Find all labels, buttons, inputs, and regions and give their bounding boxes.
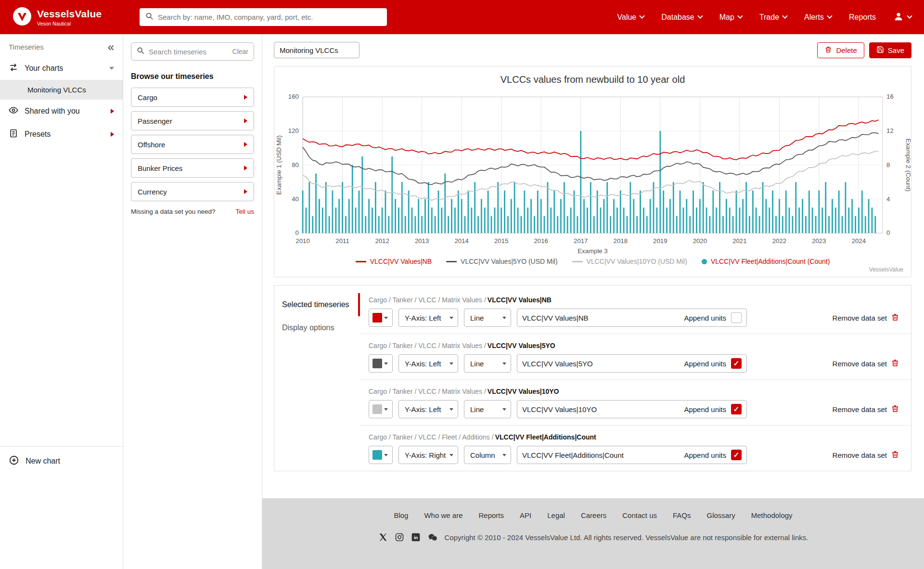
trash-icon bbox=[891, 359, 899, 369]
y-axis-select[interactable]: Y-Axis: Left bbox=[398, 309, 458, 327]
dataset-controls: Y-Axis: Left Line Append units Remove da… bbox=[369, 309, 899, 327]
chevron-down-icon bbox=[737, 13, 743, 18]
new-chart-button[interactable]: New chart bbox=[0, 446, 123, 476]
chevron-down-icon bbox=[697, 13, 703, 18]
footer-link-glossary[interactable]: Glossary bbox=[707, 511, 735, 519]
legend-item[interactable]: VLCC|VV Values|10YO (USD Mil) bbox=[572, 258, 687, 265]
dataset-tabs: Selected timeseries Display options bbox=[274, 285, 360, 471]
legend-marker-icon bbox=[702, 259, 707, 264]
sidebar-item-monitoring-vlccs[interactable]: Monitoring VLCCs bbox=[0, 80, 123, 100]
footer-link-who-we-are[interactable]: Who we are bbox=[424, 511, 462, 519]
color-picker[interactable] bbox=[369, 354, 393, 373]
x-icon[interactable] bbox=[378, 532, 388, 542]
category-offshore[interactable]: Offshore bbox=[131, 135, 254, 154]
primary-nav: Value Database Map Trade Alerts Reports bbox=[617, 11, 912, 24]
chevron-down-icon bbox=[907, 13, 912, 18]
append-units-checkbox[interactable] bbox=[731, 358, 742, 369]
color-picker[interactable] bbox=[369, 446, 393, 464]
plot-type-select[interactable]: Line bbox=[464, 400, 511, 418]
footer-link-methodology[interactable]: Methodology bbox=[751, 511, 793, 519]
nav-label: Map bbox=[719, 13, 734, 22]
nav-map[interactable]: Map bbox=[719, 13, 742, 22]
color-picker[interactable] bbox=[369, 309, 393, 327]
search-icon bbox=[145, 12, 154, 22]
instagram-icon[interactable] bbox=[395, 532, 404, 542]
footer-link-legal[interactable]: Legal bbox=[547, 511, 565, 519]
dataset-name-box: Append units bbox=[517, 354, 747, 373]
tell-us-link[interactable]: Tell us bbox=[236, 208, 254, 215]
nav-database[interactable]: Database bbox=[661, 13, 702, 22]
footer-link-api[interactable]: API bbox=[520, 511, 531, 519]
plot-type-select[interactable]: Line bbox=[464, 309, 511, 327]
dataset-name-input[interactable] bbox=[522, 451, 679, 459]
caret-right-icon bbox=[244, 189, 247, 194]
svg-text:160: 160 bbox=[288, 93, 299, 100]
caret-down-icon bbox=[109, 67, 114, 70]
remove-dataset-button[interactable]: Remove data set bbox=[833, 359, 899, 369]
linkedin-icon[interactable]: in bbox=[411, 532, 421, 542]
vesselsvalue-logo-icon bbox=[13, 7, 32, 28]
your-charts-label: Your charts bbox=[25, 64, 103, 73]
category-currency[interactable]: Currency bbox=[131, 182, 254, 201]
nav-value[interactable]: Value bbox=[617, 13, 644, 22]
delete-chart-button[interactable]: Delete bbox=[817, 42, 864, 58]
y-axis-select[interactable]: Y-Axis: Left bbox=[398, 400, 458, 418]
brand[interactable]: VesselsValue Veson Nautical bbox=[13, 7, 127, 28]
append-units-checkbox[interactable] bbox=[731, 450, 742, 460]
plot-type-select[interactable]: Line bbox=[464, 354, 511, 373]
tab-display-options[interactable]: Display options bbox=[274, 316, 360, 339]
sidebar-item-your-charts[interactable]: Your charts bbox=[0, 57, 123, 80]
footer-link-reports[interactable]: Reports bbox=[478, 511, 504, 519]
svg-text:2016: 2016 bbox=[534, 237, 548, 245]
color-picker[interactable] bbox=[369, 400, 393, 418]
top-bar: VesselsValue Veson Nautical Value Databa… bbox=[0, 0, 924, 34]
timeseries-search-input[interactable] bbox=[149, 48, 228, 56]
category-label: Offshore bbox=[138, 141, 165, 149]
dataset-breadcrumb: Cargo / Tanker / VLCC / Fleet / Addition… bbox=[369, 433, 899, 441]
legend-item[interactable]: VLCC|VV Values|5YO (USD Mil) bbox=[446, 258, 558, 265]
category-label: Bunker Prices bbox=[138, 164, 182, 172]
category-label: Passenger bbox=[138, 117, 172, 125]
append-units-label: Append units bbox=[684, 360, 726, 368]
collapse-sidebar-icon[interactable]: « bbox=[108, 44, 114, 51]
legend-item[interactable]: VLCC|VV Fleet|Additions|Count (Count) bbox=[702, 258, 830, 265]
footer-link-blog[interactable]: Blog bbox=[394, 511, 408, 519]
global-search-input[interactable] bbox=[158, 13, 381, 21]
category-cargo[interactable]: Cargo bbox=[131, 88, 254, 107]
category-bunker-prices[interactable]: Bunker Prices bbox=[131, 158, 254, 178]
sidebar-item-presets[interactable]: Presets bbox=[0, 123, 123, 146]
svg-text:2010: 2010 bbox=[295, 237, 309, 245]
category-passenger[interactable]: Passenger bbox=[131, 111, 254, 130]
dataset-name-input[interactable] bbox=[522, 405, 679, 414]
nav-trade[interactable]: Trade bbox=[759, 13, 787, 22]
append-units-checkbox[interactable] bbox=[731, 312, 742, 323]
svg-text:0: 0 bbox=[295, 229, 299, 236]
chart-name-input[interactable] bbox=[274, 42, 359, 58]
dataset-name-input[interactable] bbox=[522, 314, 679, 322]
remove-dataset-button[interactable]: Remove data set bbox=[833, 404, 899, 414]
nav-alerts[interactable]: Alerts bbox=[804, 13, 832, 22]
delete-label: Delete bbox=[836, 46, 857, 54]
nav-label: Database bbox=[661, 13, 694, 22]
nav-reports[interactable]: Reports bbox=[849, 13, 876, 22]
clear-search-button[interactable]: Clear bbox=[232, 48, 248, 55]
wechat-icon[interactable] bbox=[427, 532, 438, 542]
footer-link-contact-us[interactable]: Contact us bbox=[622, 511, 657, 519]
tab-selected-timeseries[interactable]: Selected timeseries bbox=[274, 293, 360, 316]
footer-link-faqs[interactable]: FAQs bbox=[673, 511, 691, 519]
brand-text: VesselsValue Veson Nautical bbox=[37, 8, 102, 26]
y-axis-select[interactable]: Y-Axis: Right bbox=[398, 446, 458, 464]
remove-dataset-button[interactable]: Remove data set bbox=[833, 450, 899, 460]
save-chart-button[interactable]: Save bbox=[869, 42, 911, 58]
remove-dataset-button[interactable]: Remove data set bbox=[833, 313, 899, 323]
y-axis-select[interactable]: Y-Axis: Left bbox=[398, 354, 458, 373]
footer-link-careers[interactable]: Careers bbox=[581, 511, 606, 519]
sidebar-item-shared-with-you[interactable]: Shared with you bbox=[0, 100, 123, 123]
append-units-checkbox[interactable] bbox=[731, 404, 742, 414]
user-menu[interactable] bbox=[893, 11, 911, 24]
legend-item[interactable]: VLCC|VV Values|NB bbox=[356, 258, 432, 265]
plot-type-select[interactable]: Column bbox=[464, 446, 511, 464]
dataset-name-input[interactable] bbox=[522, 360, 679, 368]
legend-marker-icon bbox=[446, 261, 457, 262]
user-icon bbox=[893, 11, 904, 24]
